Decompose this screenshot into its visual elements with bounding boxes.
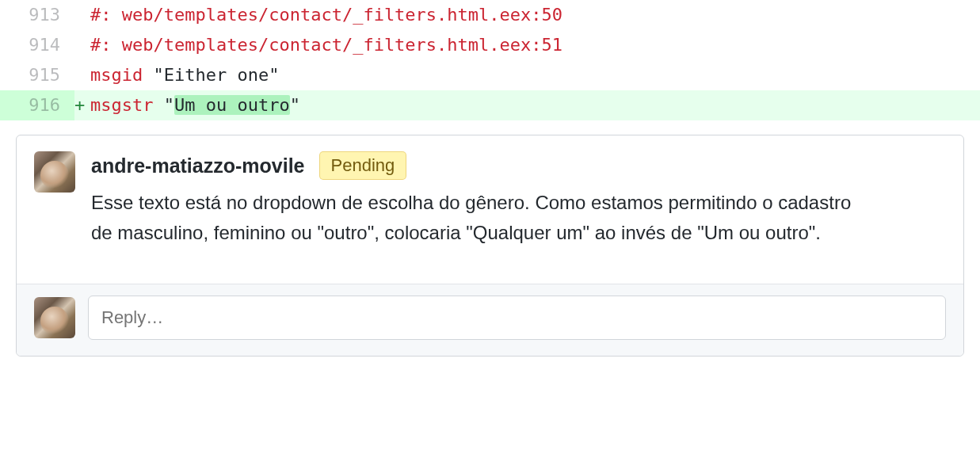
code-token: #: <box>90 5 112 25</box>
comment-author[interactable]: andre-matiazzo-movile <box>91 154 305 177</box>
code-token: msgstr <box>90 95 153 115</box>
code-token <box>143 65 153 85</box>
line-marker: + <box>74 90 90 120</box>
code-token: web/templates/contact/_filters.html.eex:… <box>122 5 562 25</box>
line-number: 914 <box>0 30 74 60</box>
code-token: msgid <box>90 65 143 85</box>
line-content: #: web/templates/contact/_filters.html.e… <box>74 0 980 30</box>
reply-avatar[interactable] <box>34 297 75 338</box>
line-marker <box>74 60 90 90</box>
code-token: #: <box>90 35 112 55</box>
line-content: +msgstr "Um ou outro" <box>74 90 980 120</box>
code-token <box>153 95 163 115</box>
diff-line[interactable]: 913 #: web/templates/contact/_filters.ht… <box>0 0 980 30</box>
code-token <box>112 35 122 55</box>
comment: andre-matiazzo-movile Pending Esse texto… <box>17 135 963 265</box>
line-marker <box>74 30 90 60</box>
line-number: 916 <box>0 90 74 120</box>
code-token <box>112 5 122 25</box>
diff-line[interactable]: 915 msgid "Either one" <box>0 60 980 90</box>
comment-body: andre-matiazzo-movile Pending Esse texto… <box>91 151 946 249</box>
code-token: " <box>164 95 174 115</box>
comment-thread: andre-matiazzo-movile Pending Esse texto… <box>16 135 964 357</box>
diff-line[interactable]: 916+msgstr "Um ou outro" <box>0 90 980 120</box>
reply-row <box>17 284 963 356</box>
code-token: " <box>290 95 300 115</box>
pending-badge: Pending <box>319 151 407 180</box>
diff-block: 913 #: web/templates/contact/_filters.ht… <box>0 0 980 120</box>
code-token: web/templates/contact/_filters.html.eex:… <box>122 35 562 55</box>
line-content: msgid "Either one" <box>74 60 980 90</box>
code-token: "Either one" <box>153 65 279 85</box>
line-marker <box>74 0 90 30</box>
comment-text: Esse texto está no dropdown de escolha d… <box>91 188 868 249</box>
reply-input[interactable] <box>88 296 946 340</box>
code-token: Um ou outro <box>174 95 290 115</box>
diff-line[interactable]: 914 #: web/templates/contact/_filters.ht… <box>0 30 980 60</box>
line-number: 913 <box>0 0 74 30</box>
comment-avatar[interactable] <box>34 151 75 193</box>
line-number: 915 <box>0 60 74 90</box>
line-content: #: web/templates/contact/_filters.html.e… <box>74 30 980 60</box>
